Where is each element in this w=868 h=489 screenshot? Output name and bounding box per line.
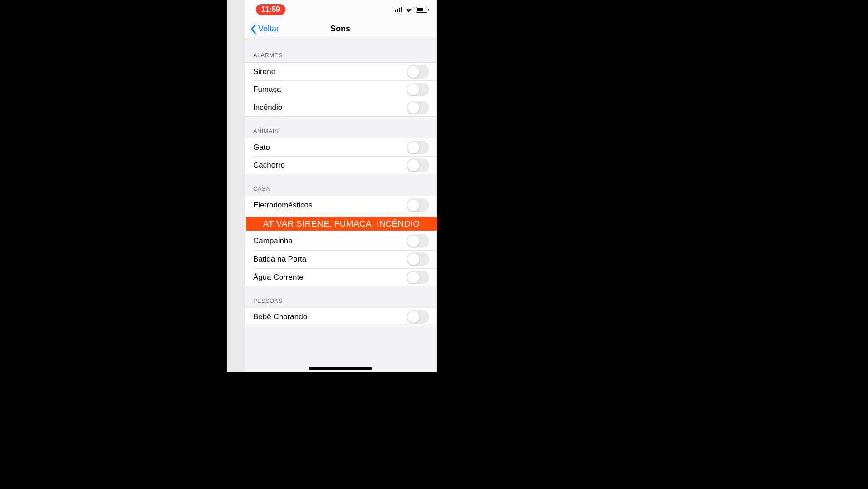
switch-sirene[interactable] [407,65,429,79]
cell-label: Incêndio [253,103,407,112]
cell-fumaca[interactable]: Fumaça [245,80,436,99]
wifi-icon [405,7,413,13]
cell-agua-corrente[interactable]: Água Corrente [245,268,436,286]
switch-fumaca[interactable] [407,83,429,96]
cell-label: Bebê Chorando [253,312,407,321]
switch-agua-corrente[interactable] [407,271,429,284]
cell-label: Gato [253,143,407,152]
switch-bebe-chorando[interactable] [407,310,429,324]
cell-cachorro[interactable]: Cachorro [245,156,436,174]
cell-label: Batida na Porta [253,255,407,264]
cellular-icon [395,7,402,12]
cell-label: Sirene [253,67,407,76]
switch-cachorro[interactable] [407,158,429,172]
section-header-casa: CASA [245,174,436,196]
switch-campainha[interactable] [407,234,429,248]
back-button[interactable]: Voltar [245,24,279,34]
section-header-alarmes: ALARMES [245,39,436,62]
phone-screen: 11:59 Voltar Sons ALARMES Sirene Fumaça [245,0,436,372]
cell-label: Água Corrente [253,273,407,282]
status-icons [395,7,428,13]
cell-batida-porta[interactable]: Batida na Porta [245,250,436,268]
status-bar: 11:59 [245,0,436,19]
section-header-animais: ANIMAIS [245,117,436,138]
home-indicator[interactable] [309,367,372,370]
cell-bebe-chorando[interactable]: Bebê Chorando [245,308,436,326]
switch-gato[interactable] [407,141,429,154]
cell-incendio[interactable]: Incêndio [245,99,436,117]
cell-label: Cachorro [253,161,407,170]
cell-gato[interactable]: Gato [245,138,436,156]
cell-sirene[interactable]: Sirene [245,62,436,80]
cell-eletrodomesticos[interactable]: Eletrodomésticos [245,196,436,214]
cell-label: Eletrodomésticos [253,201,407,210]
switch-batida-porta[interactable] [407,252,429,266]
switch-incendio[interactable] [407,101,429,114]
cell-label: Fumaça [253,85,407,94]
battery-icon [416,7,427,13]
nav-bar: Voltar Sons [245,19,436,39]
chevron-left-icon [250,25,256,34]
status-time-pill: 11:59 [256,4,285,15]
switch-eletrodomesticos[interactable] [407,198,429,212]
instruction-banner: ATIVAR SIRENE, FUMAÇA, INCÊNDIO [246,217,437,231]
settings-list[interactable]: ALARMES Sirene Fumaça Incêndio ANIMAIS G… [245,39,436,326]
section-header-pessoas: PESSOAS [245,286,436,308]
video-stage: 11:59 Voltar Sons ALARMES Sirene Fumaça [227,0,437,372]
cell-campainha[interactable]: Campainha [245,232,436,250]
back-label: Voltar [258,24,279,34]
cell-label: Campainha [253,237,407,246]
